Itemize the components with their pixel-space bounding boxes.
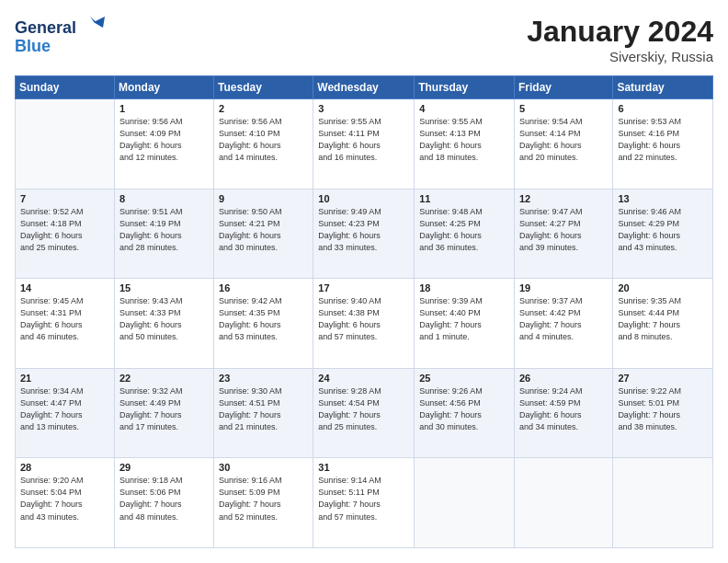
day-info: Sunrise: 9:34 AMSunset: 4:47 PMDaylight:… xyxy=(20,385,109,433)
cell-week4-day6: 27Sunrise: 9:22 AMSunset: 5:01 PMDayligh… xyxy=(613,368,713,458)
cell-week1-day2: 2Sunrise: 9:56 AMSunset: 4:10 PMDaylight… xyxy=(214,99,313,190)
day-number: 1 xyxy=(119,103,209,114)
cell-week5-day5 xyxy=(514,458,612,548)
cell-week4-day1: 22Sunrise: 9:32 AMSunset: 4:49 PMDayligh… xyxy=(114,368,213,458)
day-number: 21 xyxy=(20,373,109,384)
cell-week1-day5: 5Sunrise: 9:54 AMSunset: 4:14 PMDaylight… xyxy=(514,99,612,190)
cell-week1-day4: 4Sunrise: 9:55 AMSunset: 4:13 PMDaylight… xyxy=(415,99,515,190)
day-number: 3 xyxy=(318,103,409,114)
weekday-sunday: Sunday xyxy=(16,76,115,99)
day-number: 14 xyxy=(20,282,109,293)
week-row-1: 1Sunrise: 9:56 AMSunset: 4:09 PMDaylight… xyxy=(16,99,713,190)
day-info: Sunrise: 9:28 AMSunset: 4:54 PMDaylight:… xyxy=(318,385,409,433)
cell-week2-day4: 11Sunrise: 9:48 AMSunset: 4:25 PMDayligh… xyxy=(415,189,515,279)
cell-week3-day5: 19Sunrise: 9:37 AMSunset: 4:42 PMDayligh… xyxy=(514,279,612,369)
day-info: Sunrise: 9:22 AMSunset: 5:01 PMDaylight:… xyxy=(618,385,708,433)
header: General Blue January 2024 Siverskiy, Rus… xyxy=(15,15,713,64)
day-number: 30 xyxy=(219,462,308,473)
day-info: Sunrise: 9:49 AMSunset: 4:23 PMDaylight:… xyxy=(318,206,409,254)
day-number: 9 xyxy=(219,193,308,204)
day-number: 16 xyxy=(219,282,308,293)
day-info: Sunrise: 9:43 AMSunset: 4:33 PMDaylight:… xyxy=(119,295,209,343)
location: Siverskiy, Russia xyxy=(527,49,713,64)
day-info: Sunrise: 9:14 AMSunset: 5:11 PMDaylight:… xyxy=(318,475,409,523)
day-info: Sunrise: 9:55 AMSunset: 4:13 PMDaylight:… xyxy=(419,116,509,164)
cell-week1-day6: 6Sunrise: 9:53 AMSunset: 4:16 PMDaylight… xyxy=(613,99,713,190)
cell-week5-day2: 30Sunrise: 9:16 AMSunset: 5:09 PMDayligh… xyxy=(214,458,313,548)
day-info: Sunrise: 9:42 AMSunset: 4:35 PMDaylight:… xyxy=(219,295,308,343)
cell-week2-day1: 8Sunrise: 9:51 AMSunset: 4:19 PMDaylight… xyxy=(114,189,213,279)
page: General Blue January 2024 Siverskiy, Rus… xyxy=(0,0,728,563)
day-info: Sunrise: 9:35 AMSunset: 4:44 PMDaylight:… xyxy=(618,295,708,343)
cell-week2-day3: 10Sunrise: 9:49 AMSunset: 4:23 PMDayligh… xyxy=(313,189,415,279)
cell-week5-day0: 28Sunrise: 9:20 AMSunset: 5:04 PMDayligh… xyxy=(16,458,115,548)
weekday-tuesday: Tuesday xyxy=(214,76,313,99)
day-info: Sunrise: 9:48 AMSunset: 4:25 PMDaylight:… xyxy=(419,206,509,254)
week-row-2: 7Sunrise: 9:52 AMSunset: 4:18 PMDaylight… xyxy=(16,189,713,279)
day-number: 15 xyxy=(119,282,209,293)
day-number: 7 xyxy=(20,193,109,204)
weekday-header-row: SundayMondayTuesdayWednesdayThursdayFrid… xyxy=(16,76,713,99)
day-info: Sunrise: 9:56 AMSunset: 4:10 PMDaylight:… xyxy=(219,116,308,164)
cell-week3-day1: 15Sunrise: 9:43 AMSunset: 4:33 PMDayligh… xyxy=(114,279,213,369)
day-number: 13 xyxy=(618,193,708,204)
cell-week3-day2: 16Sunrise: 9:42 AMSunset: 4:35 PMDayligh… xyxy=(214,279,313,369)
day-info: Sunrise: 9:18 AMSunset: 5:06 PMDaylight:… xyxy=(119,475,209,523)
day-info: Sunrise: 9:30 AMSunset: 4:51 PMDaylight:… xyxy=(219,385,308,433)
cell-week1-day0 xyxy=(16,99,115,190)
week-row-3: 14Sunrise: 9:45 AMSunset: 4:31 PMDayligh… xyxy=(16,279,713,369)
cell-week2-day0: 7Sunrise: 9:52 AMSunset: 4:18 PMDaylight… xyxy=(16,189,115,279)
cell-week5-day4 xyxy=(415,458,515,548)
cell-week4-day3: 24Sunrise: 9:28 AMSunset: 4:54 PMDayligh… xyxy=(313,368,415,458)
day-info: Sunrise: 9:54 AMSunset: 4:14 PMDaylight:… xyxy=(519,116,608,164)
day-number: 17 xyxy=(318,282,409,293)
day-number: 19 xyxy=(519,282,608,293)
day-info: Sunrise: 9:16 AMSunset: 5:09 PMDaylight:… xyxy=(219,475,308,523)
day-info: Sunrise: 9:50 AMSunset: 4:21 PMDaylight:… xyxy=(219,206,308,254)
cell-week4-day4: 25Sunrise: 9:26 AMSunset: 4:56 PMDayligh… xyxy=(415,368,515,458)
day-number: 18 xyxy=(419,282,509,293)
cell-week5-day1: 29Sunrise: 9:18 AMSunset: 5:06 PMDayligh… xyxy=(114,458,213,548)
day-info: Sunrise: 9:53 AMSunset: 4:16 PMDaylight:… xyxy=(618,116,708,164)
cell-week5-day6 xyxy=(613,458,713,548)
day-info: Sunrise: 9:20 AMSunset: 5:04 PMDaylight:… xyxy=(20,475,109,523)
day-number: 22 xyxy=(119,373,209,384)
day-number: 23 xyxy=(219,373,308,384)
cell-week1-day3: 3Sunrise: 9:55 AMSunset: 4:11 PMDaylight… xyxy=(313,99,415,190)
day-info: Sunrise: 9:39 AMSunset: 4:40 PMDaylight:… xyxy=(419,295,509,343)
day-number: 2 xyxy=(219,103,308,114)
day-info: Sunrise: 9:37 AMSunset: 4:42 PMDaylight:… xyxy=(519,295,608,343)
svg-text:Blue: Blue xyxy=(15,37,51,55)
logo-svg: General Blue xyxy=(15,15,107,57)
week-row-4: 21Sunrise: 9:34 AMSunset: 4:47 PMDayligh… xyxy=(16,368,713,458)
cell-week3-day6: 20Sunrise: 9:35 AMSunset: 4:44 PMDayligh… xyxy=(613,279,713,369)
day-info: Sunrise: 9:47 AMSunset: 4:27 PMDaylight:… xyxy=(519,206,608,254)
day-number: 27 xyxy=(618,373,708,384)
cell-week2-day2: 9Sunrise: 9:50 AMSunset: 4:21 PMDaylight… xyxy=(214,189,313,279)
day-number: 11 xyxy=(419,193,509,204)
day-number: 6 xyxy=(618,103,708,114)
day-number: 8 xyxy=(119,193,209,204)
day-number: 20 xyxy=(618,282,708,293)
title-block: January 2024 Siverskiy, Russia xyxy=(527,15,713,64)
weekday-thursday: Thursday xyxy=(415,76,515,99)
day-info: Sunrise: 9:26 AMSunset: 4:56 PMDaylight:… xyxy=(419,385,509,433)
cell-week3-day3: 17Sunrise: 9:40 AMSunset: 4:38 PMDayligh… xyxy=(313,279,415,369)
day-info: Sunrise: 9:56 AMSunset: 4:09 PMDaylight:… xyxy=(119,116,209,164)
cell-week2-day6: 13Sunrise: 9:46 AMSunset: 4:29 PMDayligh… xyxy=(613,189,713,279)
day-info: Sunrise: 9:55 AMSunset: 4:11 PMDaylight:… xyxy=(318,116,409,164)
svg-marker-2 xyxy=(94,17,105,28)
week-row-5: 28Sunrise: 9:20 AMSunset: 5:04 PMDayligh… xyxy=(16,458,713,548)
day-info: Sunrise: 9:32 AMSunset: 4:49 PMDaylight:… xyxy=(119,385,209,433)
day-number: 29 xyxy=(119,462,209,473)
cell-week3-day0: 14Sunrise: 9:45 AMSunset: 4:31 PMDayligh… xyxy=(16,279,115,369)
day-info: Sunrise: 9:51 AMSunset: 4:19 PMDaylight:… xyxy=(119,206,209,254)
day-number: 5 xyxy=(519,103,608,114)
day-number: 25 xyxy=(419,373,509,384)
cell-week5-day3: 31Sunrise: 9:14 AMSunset: 5:11 PMDayligh… xyxy=(313,458,415,548)
weekday-wednesday: Wednesday xyxy=(313,76,415,99)
day-number: 10 xyxy=(318,193,409,204)
day-info: Sunrise: 9:46 AMSunset: 4:29 PMDaylight:… xyxy=(618,206,708,254)
day-info: Sunrise: 9:52 AMSunset: 4:18 PMDaylight:… xyxy=(20,206,109,254)
month-title: January 2024 xyxy=(527,15,713,49)
